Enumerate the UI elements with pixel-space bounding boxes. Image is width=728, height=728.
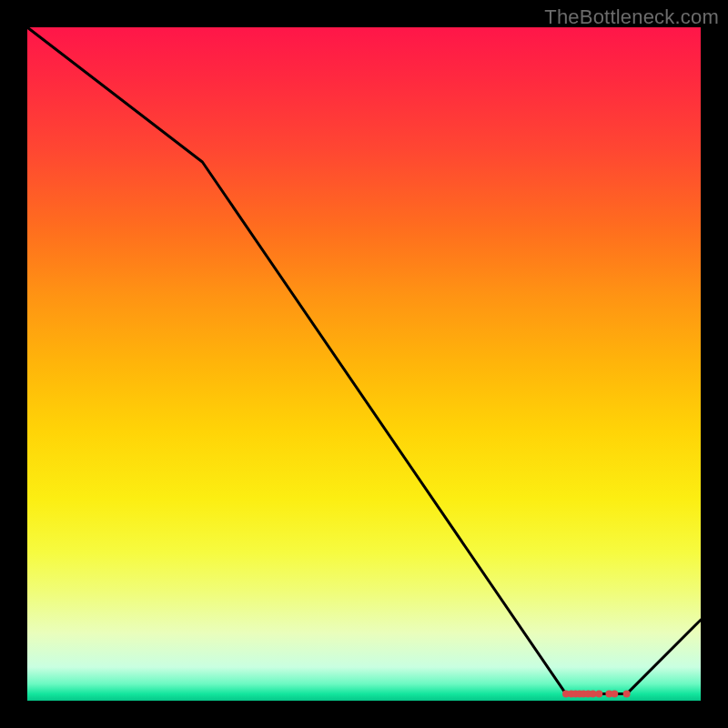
- marker-dot: [623, 691, 631, 698]
- chart-stage: TheBottleneck.com: [0, 0, 728, 728]
- marker-dot: [595, 691, 602, 698]
- plot-area: [27, 27, 701, 701]
- attribution-label: TheBottleneck.com: [544, 5, 719, 29]
- bottleneck-curve-line: [27, 27, 701, 694]
- marker-dot: [611, 691, 618, 698]
- chart-overlay: [27, 27, 701, 701]
